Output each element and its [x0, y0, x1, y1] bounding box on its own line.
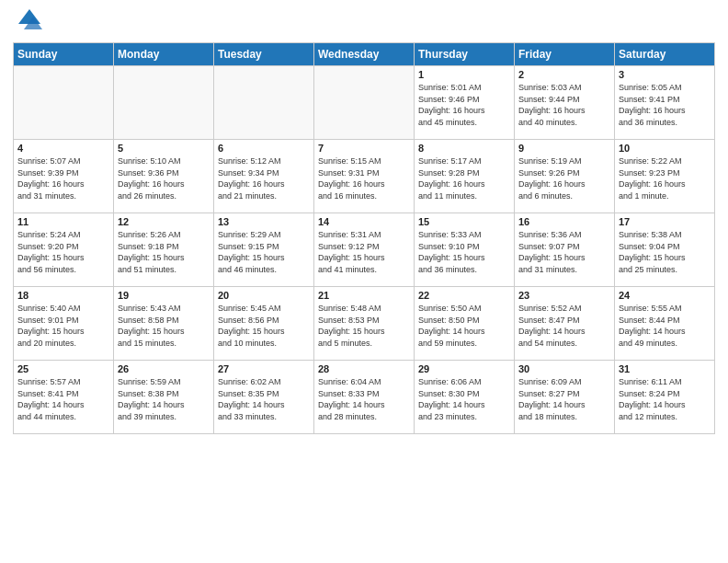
day-info: Sunrise: 5:45 AM Sunset: 8:56 PM Dayligh… — [218, 303, 310, 349]
day-info: Sunrise: 5:36 AM Sunset: 9:07 PM Dayligh… — [518, 229, 610, 275]
calendar-cell: 21Sunrise: 5:48 AM Sunset: 8:53 PM Dayli… — [314, 287, 415, 361]
calendar-cell: 16Sunrise: 5:36 AM Sunset: 9:07 PM Dayli… — [515, 213, 615, 287]
day-info: Sunrise: 5:12 AM Sunset: 9:34 PM Dayligh… — [218, 155, 310, 201]
calendar-cell: 28Sunrise: 6:04 AM Sunset: 8:33 PM Dayli… — [314, 361, 415, 434]
day-info: Sunrise: 5:33 AM Sunset: 9:10 PM Dayligh… — [418, 229, 510, 275]
calendar-cell: 18Sunrise: 5:40 AM Sunset: 9:01 PM Dayli… — [14, 287, 114, 361]
calendar-cell: 19Sunrise: 5:43 AM Sunset: 8:58 PM Dayli… — [114, 287, 214, 361]
day-info: Sunrise: 5:48 AM Sunset: 8:53 PM Dayligh… — [318, 303, 410, 349]
header — [13, 9, 715, 35]
calendar-cell: 9Sunrise: 5:19 AM Sunset: 9:26 PM Daylig… — [515, 140, 615, 213]
day-number: 16 — [518, 216, 610, 227]
day-number: 7 — [318, 143, 410, 154]
weekday-header-thursday: Thursday — [415, 43, 515, 66]
day-number: 13 — [218, 216, 310, 227]
day-number: 30 — [518, 363, 610, 374]
day-number: 9 — [518, 143, 610, 154]
calendar-cell: 29Sunrise: 6:06 AM Sunset: 8:30 PM Dayli… — [415, 361, 515, 434]
logo — [13, 9, 44, 35]
calendar-cell — [14, 66, 114, 140]
day-number: 4 — [17, 143, 109, 154]
week-row-3: 11Sunrise: 5:24 AM Sunset: 9:20 PM Dayli… — [14, 213, 715, 287]
day-info: Sunrise: 5:55 AM Sunset: 8:44 PM Dayligh… — [619, 303, 711, 349]
day-number: 27 — [218, 363, 310, 374]
calendar-cell: 13Sunrise: 5:29 AM Sunset: 9:15 PM Dayli… — [214, 213, 314, 287]
day-info: Sunrise: 5:57 AM Sunset: 8:41 PM Dayligh… — [17, 376, 109, 422]
day-info: Sunrise: 5:07 AM Sunset: 9:39 PM Dayligh… — [17, 155, 109, 201]
day-number: 29 — [418, 363, 510, 374]
calendar-cell: 6Sunrise: 5:12 AM Sunset: 9:34 PM Daylig… — [214, 140, 314, 213]
calendar-cell — [314, 66, 415, 140]
day-number: 28 — [318, 363, 410, 374]
calendar-cell: 22Sunrise: 5:50 AM Sunset: 8:50 PM Dayli… — [415, 287, 515, 361]
weekday-header-saturday: Saturday — [615, 43, 715, 66]
calendar-cell: 10Sunrise: 5:22 AM Sunset: 9:23 PM Dayli… — [615, 140, 715, 213]
day-number: 15 — [418, 216, 510, 227]
day-number: 12 — [118, 216, 210, 227]
logo-icon — [15, 6, 44, 35]
day-info: Sunrise: 5:01 AM Sunset: 9:46 PM Dayligh… — [418, 82, 510, 128]
calendar-cell: 12Sunrise: 5:26 AM Sunset: 9:18 PM Dayli… — [114, 213, 214, 287]
calendar-cell: 4Sunrise: 5:07 AM Sunset: 9:39 PM Daylig… — [14, 140, 114, 213]
day-number: 3 — [619, 69, 711, 80]
day-info: Sunrise: 6:02 AM Sunset: 8:35 PM Dayligh… — [218, 376, 310, 422]
calendar-cell: 26Sunrise: 5:59 AM Sunset: 8:38 PM Dayli… — [114, 361, 214, 434]
day-info: Sunrise: 5:17 AM Sunset: 9:28 PM Dayligh… — [418, 155, 510, 201]
calendar: SundayMondayTuesdayWednesdayThursdayFrid… — [13, 42, 715, 434]
calendar-cell: 24Sunrise: 5:55 AM Sunset: 8:44 PM Dayli… — [615, 287, 715, 361]
day-number: 20 — [218, 290, 310, 301]
day-info: Sunrise: 5:31 AM Sunset: 9:12 PM Dayligh… — [318, 229, 410, 275]
day-info: Sunrise: 5:26 AM Sunset: 9:18 PM Dayligh… — [118, 229, 210, 275]
week-row-5: 25Sunrise: 5:57 AM Sunset: 8:41 PM Dayli… — [14, 361, 715, 434]
calendar-cell: 7Sunrise: 5:15 AM Sunset: 9:31 PM Daylig… — [314, 140, 415, 213]
day-info: Sunrise: 5:29 AM Sunset: 9:15 PM Dayligh… — [218, 229, 310, 275]
day-number: 21 — [318, 290, 410, 301]
day-info: Sunrise: 5:10 AM Sunset: 9:36 PM Dayligh… — [118, 155, 210, 201]
calendar-cell: 15Sunrise: 5:33 AM Sunset: 9:10 PM Dayli… — [415, 213, 515, 287]
day-number: 25 — [17, 363, 109, 374]
day-number: 31 — [619, 363, 711, 374]
calendar-cell: 3Sunrise: 5:05 AM Sunset: 9:41 PM Daylig… — [615, 66, 715, 140]
day-number: 23 — [518, 290, 610, 301]
day-info: Sunrise: 5:40 AM Sunset: 9:01 PM Dayligh… — [17, 303, 109, 349]
day-number: 17 — [619, 216, 711, 227]
day-number: 8 — [418, 143, 510, 154]
day-info: Sunrise: 6:06 AM Sunset: 8:30 PM Dayligh… — [418, 376, 510, 422]
calendar-cell: 27Sunrise: 6:02 AM Sunset: 8:35 PM Dayli… — [214, 361, 314, 434]
calendar-cell: 25Sunrise: 5:57 AM Sunset: 8:41 PM Dayli… — [14, 361, 114, 434]
day-number: 1 — [418, 69, 510, 80]
calendar-cell: 17Sunrise: 5:38 AM Sunset: 9:04 PM Dayli… — [615, 213, 715, 287]
day-number: 14 — [318, 216, 410, 227]
day-info: Sunrise: 5:43 AM Sunset: 8:58 PM Dayligh… — [118, 303, 210, 349]
day-number: 2 — [518, 69, 610, 80]
week-row-1: 1Sunrise: 5:01 AM Sunset: 9:46 PM Daylig… — [14, 66, 715, 140]
calendar-cell: 2Sunrise: 5:03 AM Sunset: 9:44 PM Daylig… — [515, 66, 615, 140]
weekday-header-wednesday: Wednesday — [314, 43, 415, 66]
day-info: Sunrise: 5:22 AM Sunset: 9:23 PM Dayligh… — [619, 155, 711, 201]
day-info: Sunrise: 5:50 AM Sunset: 8:50 PM Dayligh… — [418, 303, 510, 349]
day-info: Sunrise: 5:24 AM Sunset: 9:20 PM Dayligh… — [17, 229, 109, 275]
page-container: SundayMondayTuesdayWednesdayThursdayFrid… — [0, 0, 728, 442]
weekday-header-row: SundayMondayTuesdayWednesdayThursdayFrid… — [14, 43, 715, 66]
calendar-cell — [114, 66, 214, 140]
calendar-cell: 8Sunrise: 5:17 AM Sunset: 9:28 PM Daylig… — [415, 140, 515, 213]
calendar-cell: 23Sunrise: 5:52 AM Sunset: 8:47 PM Dayli… — [515, 287, 615, 361]
day-number: 6 — [218, 143, 310, 154]
calendar-cell: 30Sunrise: 6:09 AM Sunset: 8:27 PM Dayli… — [515, 361, 615, 434]
day-info: Sunrise: 5:15 AM Sunset: 9:31 PM Dayligh… — [318, 155, 410, 201]
day-info: Sunrise: 5:05 AM Sunset: 9:41 PM Dayligh… — [619, 82, 711, 128]
day-info: Sunrise: 5:38 AM Sunset: 9:04 PM Dayligh… — [619, 229, 711, 275]
calendar-cell: 1Sunrise: 5:01 AM Sunset: 9:46 PM Daylig… — [415, 66, 515, 140]
weekday-header-monday: Monday — [114, 43, 214, 66]
calendar-cell: 14Sunrise: 5:31 AM Sunset: 9:12 PM Dayli… — [314, 213, 415, 287]
calendar-cell: 20Sunrise: 5:45 AM Sunset: 8:56 PM Dayli… — [214, 287, 314, 361]
weekday-header-sunday: Sunday — [14, 43, 114, 66]
calendar-cell: 5Sunrise: 5:10 AM Sunset: 9:36 PM Daylig… — [114, 140, 214, 213]
calendar-cell — [214, 66, 314, 140]
day-info: Sunrise: 6:04 AM Sunset: 8:33 PM Dayligh… — [318, 376, 410, 422]
calendar-cell: 11Sunrise: 5:24 AM Sunset: 9:20 PM Dayli… — [14, 213, 114, 287]
day-number: 24 — [619, 290, 711, 301]
day-info: Sunrise: 6:09 AM Sunset: 8:27 PM Dayligh… — [518, 376, 610, 422]
week-row-4: 18Sunrise: 5:40 AM Sunset: 9:01 PM Dayli… — [14, 287, 715, 361]
day-number: 19 — [118, 290, 210, 301]
